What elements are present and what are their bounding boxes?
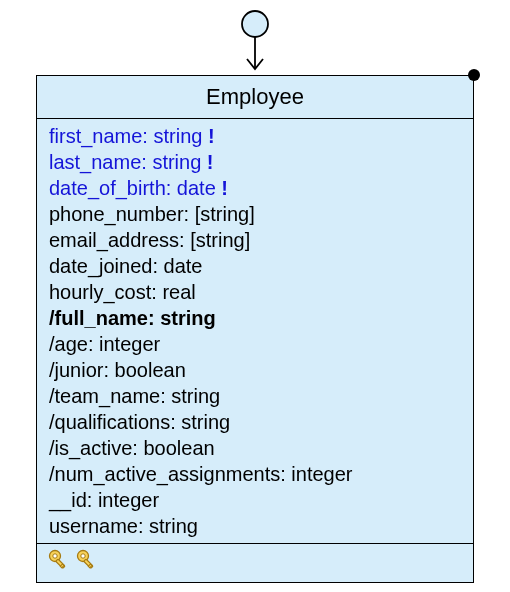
attr-is-active: /is_active: boolean bbox=[49, 435, 463, 461]
attr-date-joined: date_joined: date bbox=[49, 253, 463, 279]
attr-email-address: email_address: [string] bbox=[49, 227, 463, 253]
attr-junior: /junior: boolean bbox=[49, 357, 463, 383]
attr-team-name: /team_name: string bbox=[49, 383, 463, 409]
attr-first-name: first_name: string ! bbox=[49, 123, 463, 149]
attr-qualifications: /qualifications: string bbox=[49, 409, 463, 435]
attr-age: /age: integer bbox=[49, 331, 463, 357]
attr-hourly-cost: hourly_cost: real bbox=[49, 279, 463, 305]
svg-point-3 bbox=[53, 554, 57, 558]
class-title: Employee bbox=[37, 76, 473, 119]
attr-last-name: last_name: string ! bbox=[49, 149, 463, 175]
attr-id: __id: integer bbox=[49, 487, 463, 513]
svg-point-7 bbox=[81, 554, 85, 558]
attr-num-active-assignments: /num_active_assignments: integer bbox=[49, 461, 463, 487]
svg-point-0 bbox=[242, 11, 268, 37]
attr-phone-number: phone_number: [string] bbox=[49, 201, 463, 227]
attr-date-of-birth: date_of_birth: date ! bbox=[49, 175, 463, 201]
attribute-compartment: first_name: string ! last_name: string !… bbox=[37, 119, 473, 544]
key-icon bbox=[47, 548, 71, 576]
attr-username: username: string bbox=[49, 513, 463, 539]
operations-compartment bbox=[37, 544, 473, 582]
pin-icon bbox=[468, 69, 480, 81]
diagram-canvas: Employee first_name: string ! last_name:… bbox=[0, 0, 510, 592]
attr-full-name: /full_name: string bbox=[49, 305, 463, 331]
key-icon bbox=[75, 548, 99, 576]
actor-connector-icon bbox=[221, 9, 289, 79]
class-employee: Employee first_name: string ! last_name:… bbox=[36, 75, 474, 583]
